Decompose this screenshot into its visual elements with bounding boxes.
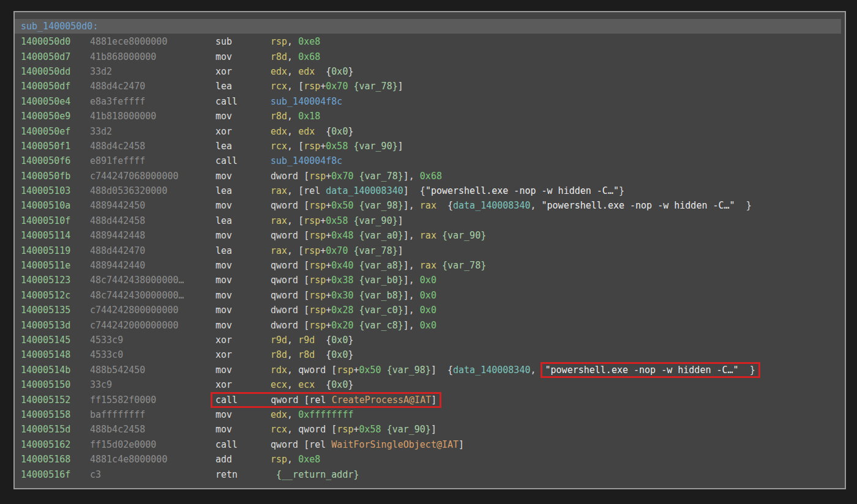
text-token: qword [ <box>298 424 337 435</box>
data-ref[interactable]: data_140008340 <box>453 200 530 211</box>
asm-line[interactable]: 1400051684881c4e8000000addrsp, 0xe8 <box>15 452 845 467</box>
asm-line[interactable]: 14000514b488b542450movrdx, qword [rsp+0x… <box>15 363 845 377</box>
text-token: + <box>320 141 326 152</box>
asm-line[interactable]: 1400050ef33d2xoredx, edx {0x0} <box>15 124 845 138</box>
asm-line[interactable]: 14000511e4889442440movqword [rsp+0x40 {v… <box>15 258 845 273</box>
annotation-token: 0x0 <box>331 126 348 137</box>
data-ref[interactable]: data_140008340 <box>453 365 530 376</box>
register-token: r8d <box>271 51 287 62</box>
instruction-mnemonic: mov <box>215 200 271 211</box>
instruction-operands: dword [rsp+0x28 {var_c0}], 0x0 <box>271 305 845 316</box>
annotation-token: 0x0 <box>331 379 348 390</box>
instruction-address: 140005119 <box>21 245 90 256</box>
highlight-box-call: call qword [rel CreateProcessA@IAT] <box>211 392 441 408</box>
asm-line[interactable]: 1400050f1488d4c2458learcx, [rsp+0x58 {va… <box>15 139 845 154</box>
text-token: } <box>348 379 353 390</box>
register-token: rsp <box>271 454 287 465</box>
register-token: rsp <box>309 320 326 331</box>
function-ref[interactable]: sub_140004f8c <box>271 155 342 166</box>
import-ref[interactable]: CreateProcessA@IAT <box>332 395 432 406</box>
text-token: , <box>287 424 298 435</box>
text-token: + <box>326 200 331 211</box>
string-token: "powershell.exe -nop -w hidden -C…" <box>545 365 739 376</box>
number-token: 0x58 <box>359 424 381 435</box>
asm-line[interactable]: 14000515d488b4c2458movrcx, qword [rsp+0x… <box>15 422 845 437</box>
instruction-mnemonic: call <box>215 155 271 166</box>
instruction-operands: rcx, [rsp+0x70 {var_78}] <box>271 81 845 92</box>
text-token: ], <box>403 260 420 271</box>
instruction-address: 140005152 <box>21 395 90 406</box>
register-token: rax <box>420 260 436 271</box>
text-token: { <box>436 200 453 211</box>
asm-line[interactable]: 1400050dd33d2xoredx, edx {0x0} <box>15 64 845 79</box>
register-token: r8d <box>271 111 287 122</box>
asm-line[interactable]: 140005119488d442470learax, [rsp+0x70 {va… <box>15 243 845 258</box>
asm-line[interactable]: 14000516fc3retn {__return_addr} <box>15 467 845 481</box>
disassembly-view: sub_1400050d0: 1400050d04881ece8000000su… <box>13 11 846 489</box>
text-token: ] <box>431 424 436 435</box>
instruction-bytes: 4533c0 <box>90 349 215 360</box>
asm-line[interactable]: 140005162ff15d02e0000callqword [rel Wait… <box>15 437 845 452</box>
asm-line[interactable]: 1400051484533c0xorr8d, r8d {0x0} <box>15 347 845 362</box>
asm-line[interactable]: 14000512c48c7442430000000…movqword [rsp+… <box>15 288 845 303</box>
instruction-operands: rcx, [rsp+0x58 {var_90}] <box>271 141 845 152</box>
annotation-token: {var_c8} <box>359 320 403 331</box>
instruction-operands: rax, [rsp+0x70 {var_78}] <box>271 245 845 256</box>
annotation-token: {var_78} <box>353 245 397 256</box>
number-token: 0x70 <box>326 81 348 92</box>
instruction-operands: qword [rsp+0x30 {var_b8}], 0x0 <box>271 290 845 301</box>
import-ref[interactable]: WaitForSingleObject@IAT <box>331 439 458 450</box>
number-token: 0xe8 <box>298 36 320 47</box>
annotation-token: 0x0 <box>331 335 348 346</box>
text-token: ], <box>403 200 420 211</box>
register-token: edx <box>298 66 315 77</box>
asm-line[interactable]: 1400050d741b868000000movr8d, 0x68 <box>15 49 845 64</box>
instruction-bytes: 488d0536320000 <box>90 185 215 196</box>
asm-line[interactable]: 140005103488d0536320000learax, [rel data… <box>15 183 845 198</box>
instruction-bytes: 488d4c2470 <box>90 81 215 92</box>
asm-line[interactable]: 1400050df488d4c2470learcx, [rsp+0x70 {va… <box>15 79 845 94</box>
instruction-bytes: 4881ece8000000 <box>90 36 215 47</box>
instruction-address: 140005168 <box>21 454 90 465</box>
instruction-bytes: 48c7442430000000… <box>90 290 215 301</box>
text-token: ] <box>458 439 464 450</box>
asm-line[interactable]: 140005158baffffffffmovedx, 0xffffffff <box>15 407 845 422</box>
text-token: qword [rel <box>271 395 331 406</box>
function-ref[interactable]: sub_140004f8c <box>271 96 342 107</box>
function-header-row[interactable]: sub_1400050d0: <box>15 19 841 34</box>
register-token: ecx <box>298 379 315 390</box>
asm-line[interactable]: 1400050f6e891feffffcallsub_140004f8c <box>15 154 845 168</box>
text-token: ] <box>431 395 436 406</box>
instruction-operands: qword [rsp+0x50 {var_98}], rax {data_140… <box>271 200 845 211</box>
instruction-mnemonic: mov <box>215 230 271 241</box>
instruction-address: 14000515d <box>21 424 90 435</box>
number-token: 0x48 <box>331 230 353 241</box>
text-token: , <box>530 200 541 211</box>
asm-line[interactable]: 14000510a4889442450movqword [rsp+0x50 {v… <box>15 198 845 213</box>
asm-line[interactable]: 1400050e4e8a3feffffcallsub_140004f8c <box>15 94 845 109</box>
text-token: qword [ <box>271 290 309 301</box>
asm-line[interactable]: 1400050e941b818000000movr8d, 0x18 <box>15 109 845 124</box>
asm-line[interactable]: 14000515033c9xorecx, ecx {0x0} <box>15 377 845 392</box>
instruction-bytes: 488d442470 <box>90 245 215 256</box>
asm-line[interactable]: 14000513dc744242000000000movdword [rsp+0… <box>15 317 845 332</box>
text-token: + <box>326 275 331 286</box>
text-token: ], <box>403 275 420 286</box>
register-token: edx <box>271 126 287 137</box>
asm-line[interactable]: 14000510f488d442458learax, [rsp+0x58 {va… <box>15 213 845 228</box>
text-token: , <box>287 66 298 77</box>
asm-line[interactable]: 1400050fbc744247068000000movdword [rsp+0… <box>15 169 845 183</box>
instruction-operands: rax, [rel data_140008340] {"powershell.e… <box>271 185 845 196</box>
asm-line[interactable]: 1400051454533c9xorr9d, r9d {0x0} <box>15 333 845 347</box>
number-token: 0x58 <box>326 141 348 152</box>
asm-line[interactable]: 140005135c744242800000000movdword [rsp+0… <box>15 303 845 317</box>
instruction-mnemonic: mov <box>215 365 271 376</box>
asm-line[interactable]: 1400050d04881ece8000000subrsp, 0xe8 <box>15 34 845 49</box>
text-token <box>353 171 359 182</box>
asm-line[interactable]: 14000512348c7442438000000…movqword [rsp+… <box>15 273 845 287</box>
asm-line[interactable]: 1400051144889442448movqword [rsp+0x48 {v… <box>15 228 845 243</box>
data-ref[interactable]: data_140008340 <box>326 185 403 196</box>
register-token: rcx <box>271 424 287 435</box>
instruction-mnemonic: lea <box>215 245 271 256</box>
asm-line[interactable]: 140005152ff15582f0000call qword [rel Cre… <box>15 392 845 407</box>
